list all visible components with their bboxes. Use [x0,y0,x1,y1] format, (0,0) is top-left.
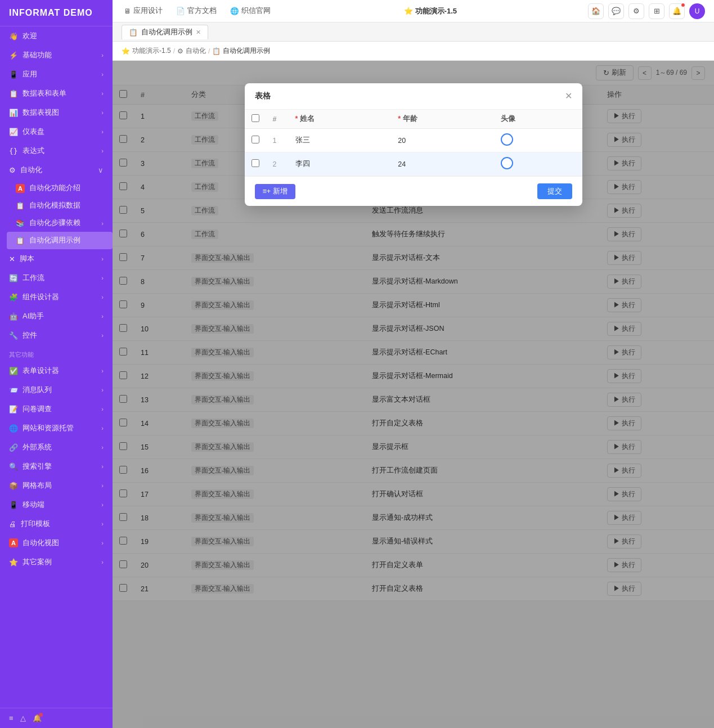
add-row-button[interactable]: ≡+ 新增 [255,184,296,199]
nav-website[interactable]: 🌐 织信官网 [228,6,273,16]
modal-table-row: 1 张三 20 [245,129,582,152]
modal-row-num: 2 [266,152,289,176]
modal-header: 表格 ✕ [245,83,582,110]
sidebar-item-component[interactable]: 🧩 组件设计器 › [0,287,113,307]
modal-select-all[interactable] [252,114,259,122]
sidebar-item-survey[interactable]: 📝 问卷调查 › [0,399,113,419]
topbar-icons: 🏠 💬 ⚙ ⊞ 🔔 U [588,3,705,19]
sidebar-item-label: 网站和资源托管 [23,423,74,433]
home-button[interactable]: 🏠 [588,3,604,19]
chat-button[interactable]: 💬 [608,3,624,19]
settings-button[interactable]: ⚙ [628,3,644,19]
submit-button[interactable]: 提交 [537,183,572,199]
menu-icon[interactable]: ≡ [9,714,14,722]
sidebar-item-label: 表单设计器 [23,366,59,376]
sidebar-item-other-cases[interactable]: ⭐ 其它案例 › [0,552,113,572]
sidebar-item-automation[interactable]: ⚙ 自动化 ∨ [0,160,113,179]
sidebar-item-controls[interactable]: 🔧 控件 › [0,326,113,345]
dashboard-icon: 📈 [9,128,18,136]
sidebar-item-auto-dep[interactable]: 📚 自动化步骤依赖 › [7,214,113,232]
search-engine-icon: 🔍 [9,462,18,471]
print-icon: 🖨 [9,520,16,528]
sidebar-item-label: AI助手 [23,311,44,321]
modal-header-row: # 姓名 年龄 头像 [245,110,582,129]
sidebar-item-welcome[interactable]: 👋 欢迎 [0,26,113,46]
arrow-icon: › [101,501,104,508]
welcome-icon: 👋 [9,32,18,41]
sidebar-item-mobile[interactable]: 📱 移动端 › [0,495,113,514]
topbar-title: ⭐ 功能演示-1.5 [404,6,457,16]
arrow-icon: › [101,463,104,470]
arrow-icon: › [101,90,104,97]
sidebar-item-label: 表达式 [23,146,44,156]
sidebar-item-external[interactable]: 🔗 外部系统 › [0,438,113,457]
modal-row-avatar [494,152,582,176]
notification-icon[interactable]: 🔔 [33,714,42,722]
tab-auto-example[interactable]: 📋 自动化调用示例 ✕ [122,25,208,39]
sidebar-item-print[interactable]: 🖨 打印模板 › [0,514,113,533]
mobile-icon: 📱 [9,501,18,509]
modal-row-age: 20 [391,129,494,152]
breadcrumb-auto-icon: ⚙ [177,47,183,55]
basic-icon: ⚡ [9,51,18,60]
sidebar: INFORMAT DEMO 👋 欢迎 ⚡ 基础功能 › 📱 应用 › 📋 数据表… [0,0,113,728]
tab-label: 自动化调用示例 [141,28,192,37]
main-area: 🖥 应用设计 📄 官方文档 🌐 织信官网 ⭐ 功能演示-1.5 🏠 💬 ⚙ ⊞ … [113,0,714,728]
auto-view-icon: A [9,538,18,547]
nav-docs[interactable]: 📄 官方文档 [174,6,219,16]
modal-row-checkbox[interactable] [252,136,259,143]
nav-app-design[interactable]: 🖥 应用设计 [122,6,165,16]
avatar-button[interactable]: U [689,3,705,19]
sidebar-item-expr[interactable]: {} 表达式 › [0,141,113,160]
modal-title: 表格 [255,91,271,101]
auto-example-icon: 📋 [16,236,25,245]
arrow-icon: › [101,109,104,116]
user-icon[interactable]: △ [20,714,26,722]
content-area: ↻ 刷新 < 1～69 / 69 > # 分类 功能描述 操作 [113,61,714,728]
sidebar-item-dashboard[interactable]: 📈 仪表盘 › [0,122,113,141]
arrow-icon: › [101,520,104,527]
breadcrumb-item-2[interactable]: 自动化 [186,46,206,56]
sidebar-item-auto-mock[interactable]: 📋 自动化模拟数据 [7,197,113,214]
sidebar-item-basic[interactable]: ⚡ 基础功能 › [0,46,113,65]
sidebar-item-data-view[interactable]: 📊 数据表视图 › [0,103,113,122]
arrow-icon: › [101,313,104,320]
arrow-icon: › [101,332,104,339]
sidebar-item-label: 问卷调查 [23,404,52,414]
apps-button[interactable]: ⊞ [649,3,664,19]
sidebar-item-app[interactable]: 📱 应用 › [0,65,113,84]
automation-icon: ⚙ [9,166,16,174]
sidebar-item-script[interactable]: ✕ 脚本 › [0,249,113,268]
website-icon: 🌐 [230,7,239,15]
tab-close-button[interactable]: ✕ [196,29,201,36]
sidebar-item-data-table[interactable]: 📋 数据表和表单 › [0,84,113,103]
modal-row-name: 张三 [289,129,392,152]
sidebar-item-label: 组件设计器 [23,292,59,302]
sidebar-item-grid[interactable]: 📦 网格布局 › [0,476,113,495]
sidebar-item-msg-queue[interactable]: 📨 消息队列 › [0,380,113,399]
arrow-icon: › [101,147,104,154]
modal-row-checkbox[interactable] [252,159,259,167]
sidebar-item-workflow[interactable]: 🔄 工作流 › [0,268,113,287]
sidebar-item-auto-view[interactable]: A 自动化视图 › [0,533,113,552]
arrow-icon: › [101,71,104,78]
sidebar-item-hosting[interactable]: 🌐 网站和资源托管 › [0,419,113,438]
modal-overlay: 表格 ✕ # 姓名 年龄 头像 [113,61,714,728]
bell-button[interactable]: 🔔 [669,3,685,19]
tab-icon: 📋 [129,28,138,37]
modal-row-age: 24 [391,152,494,176]
modal-th-num: # [266,110,289,129]
modal-close-button[interactable]: ✕ [565,92,572,101]
data-table-icon: 📋 [9,89,18,98]
sidebar-item-search[interactable]: 🔍 搜索引擎 › [0,457,113,476]
auto-mock-icon: 📋 [16,201,25,210]
sidebar-item-form-designer[interactable]: ✅ 表单设计器 › [0,361,113,380]
sidebar-item-auto-intro[interactable]: A 自动化功能介绍 [7,179,113,197]
modal-row-check [245,152,266,176]
app-icon: 📱 [9,70,18,79]
sidebar-item-auto-example[interactable]: 📋 自动化调用示例 [7,232,113,249]
sidebar-item-label: 自动化功能介绍 [29,183,80,193]
breadcrumb-item-1[interactable]: 功能演示-1.5 [132,46,171,56]
sidebar-item-ai[interactable]: 🤖 AI助手 › [0,307,113,326]
sidebar-item-label: 打印模板 [21,519,50,529]
